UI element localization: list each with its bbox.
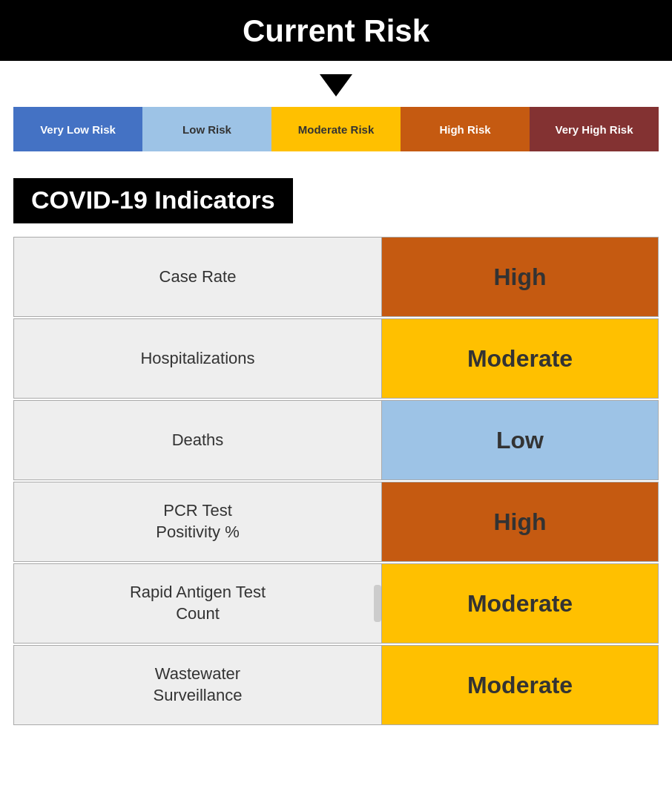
indicator-label: WastewaterSurveillance	[154, 664, 243, 706]
indicator-row: PCR TestPositivity %High	[13, 482, 659, 562]
indicator-value: High	[493, 263, 546, 291]
indicator-label-cell: Case Rate	[14, 238, 382, 316]
risk-segment-very-low-risk: Very Low Risk	[13, 107, 142, 151]
indicator-label-cell: Deaths	[14, 401, 382, 479]
indicator-value: Low	[496, 427, 544, 454]
indicators-section: COVID-19 Indicators Case RateHighHospita…	[13, 178, 659, 727]
indicator-label-cell: WastewaterSurveillance	[14, 646, 382, 724]
indicator-value-cell: High	[382, 482, 658, 561]
indicator-row: DeathsLow	[13, 400, 659, 480]
indicator-label-cell: Rapid Antigen TestCount	[14, 564, 382, 643]
indicator-label: Hospitalizations	[140, 348, 254, 370]
indicator-label: Rapid Antigen TestCount	[130, 582, 266, 624]
indicator-row: HospitalizationsModerate	[13, 318, 659, 399]
indicator-row: Rapid Antigen TestCountModerate	[13, 563, 659, 644]
indicator-value: Moderate	[467, 672, 573, 699]
indicators-title: COVID-19 Indicators	[31, 186, 275, 214]
indicator-label-cell: Hospitalizations	[14, 319, 382, 398]
indicator-value-cell: Moderate	[382, 319, 658, 398]
down-arrow-icon	[320, 74, 352, 96]
indicator-value-cell: Moderate	[382, 646, 658, 724]
risk-segment-low-risk: Low Risk	[142, 107, 271, 151]
indicators-header: COVID-19 Indicators	[13, 178, 293, 223]
indicator-label: Case Rate	[159, 266, 237, 288]
page-title: Current Risk	[243, 13, 429, 48]
indicator-label-cell: PCR TestPositivity %	[14, 482, 382, 561]
indicator-value: High	[493, 508, 546, 536]
arrow-container	[0, 61, 672, 107]
indicator-label: Deaths	[172, 430, 224, 451]
indicator-value: Moderate	[467, 590, 573, 618]
indicators-rows: Case RateHighHospitalizationsModerateDea…	[13, 237, 659, 725]
risk-segment-very-high-risk: Very High Risk	[530, 107, 659, 151]
scrollbar[interactable]	[374, 585, 381, 622]
indicator-value: Moderate	[467, 345, 573, 373]
risk-segment-high-risk: High Risk	[401, 107, 530, 151]
indicator-row: Case RateHigh	[13, 237, 659, 317]
indicator-value-cell: High	[382, 238, 658, 316]
header-bar: Current Risk	[0, 0, 672, 61]
indicator-row: WastewaterSurveillanceModerate	[13, 645, 659, 725]
risk-bar: Very Low RiskLow RiskModerate RiskHigh R…	[13, 107, 659, 151]
risk-segment-moderate-risk: Moderate Risk	[271, 107, 401, 151]
indicator-value-cell: Low	[382, 401, 658, 479]
indicator-value-cell: Moderate	[382, 564, 658, 643]
indicator-label: PCR TestPositivity %	[156, 500, 239, 543]
